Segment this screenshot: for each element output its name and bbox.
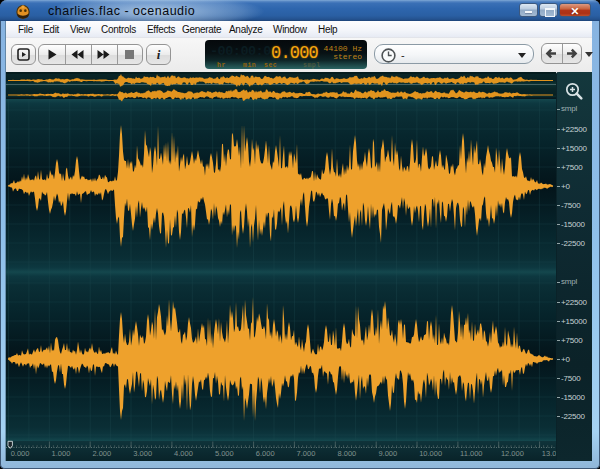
svg-text:5.000: 5.000 bbox=[215, 449, 234, 458]
svg-text:12.000: 12.000 bbox=[501, 449, 524, 458]
svg-text:1.000: 1.000 bbox=[52, 449, 71, 458]
svg-text:0.000: 0.000 bbox=[11, 449, 30, 458]
svg-text:7.000: 7.000 bbox=[297, 449, 316, 458]
svg-text:3.000: 3.000 bbox=[133, 449, 152, 458]
svg-text:13.0: 13.0 bbox=[542, 449, 556, 458]
svg-text:9.000: 9.000 bbox=[378, 449, 397, 458]
svg-text:2.000: 2.000 bbox=[92, 449, 111, 458]
svg-text:10.000: 10.000 bbox=[419, 449, 442, 458]
svg-text:4.000: 4.000 bbox=[174, 449, 193, 458]
svg-text:11.000: 11.000 bbox=[460, 449, 482, 458]
svg-text:8.000: 8.000 bbox=[338, 449, 357, 458]
svg-text:6.000: 6.000 bbox=[256, 449, 275, 458]
